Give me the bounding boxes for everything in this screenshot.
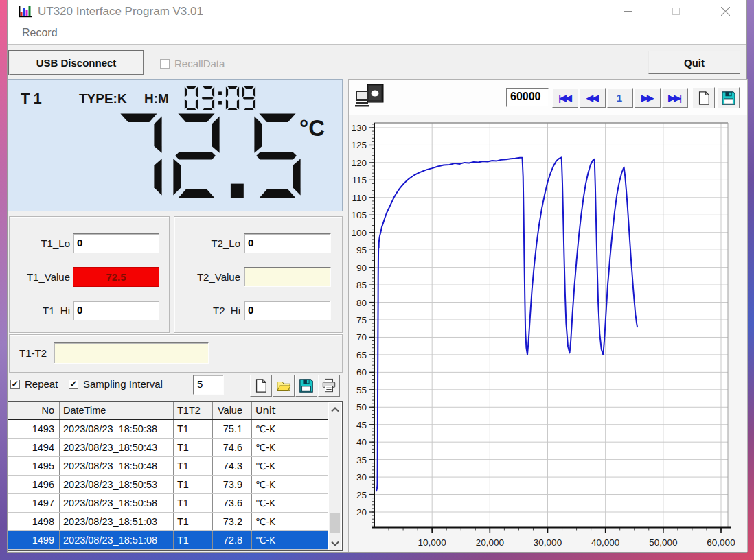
svg-text:105: 105 [351,210,367,220]
svg-text:30,000: 30,000 [534,537,562,548]
svg-text:70: 70 [356,332,367,342]
svg-text:65: 65 [356,350,367,360]
table-header-cell: T1T2 [174,402,213,419]
t1-hi-label: T1_Hi [16,305,70,316]
close-icon [721,7,730,16]
lcd-display: T1 TYPE:K H:M °C [8,79,343,211]
t1-t2-label: T1-T2 [19,347,51,359]
window-title: UT320 Interface Program V3.01 [38,5,203,19]
save-floppy-icon [299,378,314,393]
nav-first-button[interactable]: |◀◀ [552,88,578,108]
lcd-value-sevenseg [113,113,309,199]
t2-hi-label: T2_Hi [184,305,240,316]
chart-new-button[interactable] [692,87,715,108]
nav-previous-button[interactable]: ◀◀ [580,88,606,108]
table-row[interactable]: 14982023/08/23_18:51:03T173.2℃-K [8,513,328,531]
svg-text:50: 50 [356,402,367,412]
svg-text:25: 25 [356,490,367,500]
chart-save-button[interactable] [717,87,740,108]
menu-item-record[interactable]: Record [22,27,58,39]
chevron-up-icon [331,407,339,415]
table-header-cell: Value [213,402,252,419]
t1-lo-label: T1_Lo [16,237,70,249]
svg-text:40: 40 [356,437,367,447]
points-count-input[interactable]: 60000 [506,88,549,107]
print-button[interactable] [318,375,340,397]
svg-text:20: 20 [356,507,367,517]
maximize-button[interactable] [660,0,692,23]
svg-text:110: 110 [352,193,367,203]
table-row[interactable]: 14942023/08/23_18:50:43T174.6℃-K [8,439,328,457]
lcd-type-label: TYPE:K [79,91,127,106]
lcd-unit-label: °C [299,115,325,141]
new-document-icon [696,91,711,106]
svg-text:120: 120 [351,158,367,168]
t1-lo-field[interactable]: 0 [73,233,159,253]
table-row[interactable]: 14972023/08/23_18:50:58T173.6℃-K [8,494,328,513]
nav-last-button[interactable]: ▶▶| [662,88,688,108]
recalldata-checkbox-box [160,59,170,69]
table-header-row: NoDateTimeT1T2ValueUnit [8,402,328,420]
scrollbar-thumb[interactable] [330,513,340,533]
open-folder-icon [276,378,291,393]
chart-panel: 60000 |◀◀ ◀◀ 1 ▶▶ ▶▶| 202530354045505560… [348,79,748,552]
quit-button[interactable]: Quit [648,51,740,74]
chevron-down-icon [331,538,339,546]
open-file-button[interactable] [273,375,295,397]
title-bar: UT320 Interface Program V3.01 [8,0,746,23]
device-monitor-icon [354,83,385,110]
table-header-cell: Unit [252,402,293,419]
printer-icon [321,378,336,393]
nav-next-button[interactable]: ▶▶ [635,88,661,108]
svg-text:35: 35 [356,455,367,465]
minimize-button[interactable] [612,0,643,23]
repeat-checkbox[interactable]: ✓ Repeat [10,378,58,390]
sampling-interval-label: Sampling Interval [83,378,163,390]
usb-disconnect-button[interactable]: USB Disconnect [9,51,144,75]
t1-groupbox: T1_Lo 0 T1_Value 72.5 T1_Hi 0 [9,216,170,333]
table-header-cell: DateTime [60,402,174,419]
table-row[interactable]: 14992023/08/23_18:51:08T172.8℃-K [8,531,328,550]
svg-text:60,000: 60,000 [707,537,735,548]
sampling-interval-checkbox[interactable]: ✓ Sampling Interval [69,378,163,390]
table-row[interactable]: 14962023/08/23_18:50:53T173.9℃-K [8,476,328,494]
scroll-up-button[interactable] [329,403,341,415]
chart-toolbar: 60000 |◀◀ ◀◀ 1 ▶▶ ▶▶| [349,80,747,115]
svg-text:95: 95 [356,245,367,255]
save-floppy-icon [721,91,736,106]
table-row[interactable]: 14952023/08/23_18:50:48T174.3℃-K [8,457,328,476]
t2-hi-field[interactable]: 0 [244,301,331,320]
svg-text:115: 115 [352,175,367,185]
lcd-channel-label: T1 [21,90,45,108]
svg-text:100: 100 [351,228,367,238]
repeat-checkbox-box: ✓ [10,380,20,389]
sampling-interval-input[interactable]: 5 [193,375,224,395]
recalldata-checkbox[interactable]: RecallData [160,58,225,69]
table-header-cell: No [8,402,60,419]
svg-text:60: 60 [356,367,367,377]
svg-text:80: 80 [356,298,367,308]
scroll-down-button[interactable] [329,538,341,550]
t2-value-label: T2_Value [180,271,240,283]
svg-text:10,000: 10,000 [418,537,446,548]
svg-text:40,000: 40,000 [591,537,619,548]
t2-groupbox: T2_Lo 0 T2_Value T2_Hi 0 [174,216,343,333]
t2-lo-field[interactable]: 0 [244,233,331,253]
t1-hi-field[interactable]: 0 [73,301,159,320]
app-window: UT320 Interface Program V3.01 Record USB… [7,0,747,553]
close-button[interactable] [709,0,741,23]
lcd-hm-label: H:M [144,91,169,106]
lcd-clock-sevenseg [184,86,258,110]
svg-text:50,000: 50,000 [649,537,677,548]
t1-t2-field [54,342,209,364]
t1-value-field: 72.5 [73,267,159,287]
table-row[interactable]: 14932023/08/23_18:50:38T175.1℃-K [8,420,328,439]
svg-text:30: 30 [356,472,367,482]
table-scrollbar[interactable] [329,403,341,550]
new-file-button[interactable] [250,375,272,397]
repeat-label: Repeat [25,378,58,390]
svg-text:75: 75 [356,315,367,325]
save-file-button[interactable] [295,375,317,397]
svg-text:20,000: 20,000 [476,537,504,548]
t1-t2-groupbox: T1-T2 [9,334,343,373]
